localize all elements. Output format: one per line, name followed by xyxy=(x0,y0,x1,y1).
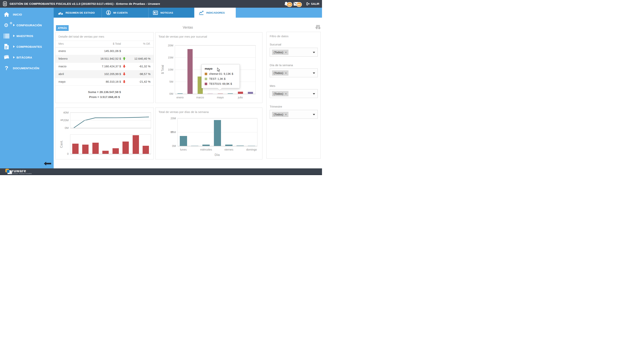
mouse-cursor-icon xyxy=(217,68,220,73)
top-bar: GESTIÓN DE COMPROBANTES FISCALES v2.1.0 … xyxy=(0,0,322,8)
cell-total: 80.310,16 $ xyxy=(56,80,121,83)
filter-label-sucursal: Sucursal xyxy=(270,43,281,46)
bar-abril xyxy=(208,94,213,94)
filter-select-dia[interactable]: (Todos) × xyxy=(270,69,318,77)
panel-title: Total de ventas por mes por sucursal xyxy=(158,35,207,38)
topbar-actions: 29 99+ SALIR xyxy=(284,0,320,8)
filter-chip: (Todos) × xyxy=(272,50,288,55)
x-tick-label: lunes xyxy=(180,148,187,151)
table-row: abril 102.205,99 $ -98,57 % xyxy=(56,70,154,78)
y-tick-label: 0M xyxy=(65,126,68,129)
col-dif: % Dif. xyxy=(143,42,150,45)
table-summary: Suma = 28.136.547,58 $ Prom = 3.517.068,… xyxy=(56,86,154,103)
trend-icon xyxy=(123,49,126,53)
sidebar-item-label: DOCUMENTACIÓN xyxy=(13,67,39,70)
legend-swatch xyxy=(205,73,207,75)
page-title: Ventas xyxy=(54,26,322,30)
bar-enero xyxy=(178,93,183,94)
filter-select-sucursal[interactable]: (Todos) × xyxy=(270,48,318,57)
chevron-down-icon xyxy=(313,52,315,53)
window-title: GESTIÓN DE COMPROBANTES FISCALES v2.1.0 … xyxy=(10,0,160,8)
filter-label-dia: Día de la semana xyxy=(270,64,293,67)
tab-resumen-de-estado[interactable]: RESUMEN DE ESTADO xyxy=(54,8,102,18)
bar-lunes xyxy=(180,136,187,146)
tab-mi-cuenta[interactable]: MI CUENTA xyxy=(102,8,148,18)
bar-2 xyxy=(92,143,99,154)
trend-up-icon xyxy=(123,57,126,60)
notifications-button[interactable]: 29 xyxy=(284,0,294,8)
chevron-down-icon xyxy=(313,93,315,95)
chip-value: (Todos) xyxy=(274,92,283,95)
panel-acumulado-cantidad: $ 0M20M40M Cant. 0 xyxy=(55,108,154,159)
footer-bar: uruware Soluciones Transaccionales xyxy=(0,168,322,175)
tab-noticias[interactable]: NOTICIAS xyxy=(148,8,194,18)
y-tick-label: 0 xyxy=(67,152,68,155)
sidebar-item-inicio[interactable]: INICIO xyxy=(0,9,54,20)
sidebar-item-documentacion[interactable]: ? DOCUMENTACIÓN xyxy=(0,63,54,74)
table-row: febrero 18.511.942,52 $ 12.640,40 % xyxy=(56,55,154,63)
col-total: $ Total xyxy=(56,42,121,45)
sidebar-nav: INICIO ⚙⚙ CONFIGURACIÓN MAESTROS xyxy=(0,8,54,168)
panel-filtro-datos: Filtro de datos Sucursal (Todos) × Día d… xyxy=(266,32,321,159)
bar-febrero xyxy=(188,49,192,94)
bar-3 xyxy=(102,151,109,154)
filter-chip: (Todos) × xyxy=(272,91,288,96)
chart-tooltip: mayo cheese-01: 9,13K $ TEST: 1,3K $ TES… xyxy=(202,64,240,88)
y-tick-label: 20M xyxy=(170,117,176,120)
panel-title: Detalle del total de ventas por mes xyxy=(58,35,104,38)
table-row: enero 145.301,06 $ xyxy=(56,47,154,55)
tooltip-item-label: cheese-01: 9,13K $ xyxy=(209,72,233,75)
x-tick-label: julio xyxy=(238,96,243,99)
filter-select-trimestre[interactable]: (Todos) × xyxy=(270,110,318,119)
user-icon xyxy=(106,10,111,15)
tab-label: RESUMEN DE ESTADO xyxy=(66,11,95,14)
tab-indicadores[interactable]: INDICADORES xyxy=(194,8,236,18)
list-icon xyxy=(3,33,10,39)
chip-remove-icon[interactable]: × xyxy=(285,113,287,116)
sidebar-collapse-arrow-icon[interactable] xyxy=(44,161,51,167)
sidebar-item-maestros[interactable]: MAESTROS xyxy=(0,31,54,41)
gauge-icon xyxy=(58,10,63,15)
chevron-right-icon xyxy=(13,46,15,48)
chip-remove-icon[interactable]: × xyxy=(285,71,287,75)
sidebar-item-label: COMPROBANTES xyxy=(16,45,42,48)
y-tick-label: 10M xyxy=(168,68,173,71)
x-tick-label: viernes xyxy=(224,148,233,151)
tab-label: NOTICIAS xyxy=(160,11,173,14)
bar-1 xyxy=(82,145,88,154)
filter-select-mes[interactable]: (Todos) × xyxy=(270,89,318,98)
bar-agosto xyxy=(248,92,253,94)
panel-title: Filtro de datos xyxy=(270,35,288,38)
bar-miércoles xyxy=(202,145,210,146)
y-tick-label: 15M xyxy=(168,56,173,59)
table-row: marzo 7.160.424,37 $ -61,32 % xyxy=(56,63,154,70)
sidebar-item-bitacora[interactable]: BITÁCORA xyxy=(0,52,54,63)
chip-remove-icon[interactable]: × xyxy=(285,51,287,54)
tab-label: MI CUENTA xyxy=(113,11,128,14)
filter-label-mes: Mes xyxy=(270,84,275,88)
trend-down-icon xyxy=(123,80,126,83)
tooltip-item-label: TEST: 1,3K $ xyxy=(209,77,226,80)
y-tick-label: 0M xyxy=(172,144,176,147)
notifications-badge: 29 xyxy=(287,2,292,7)
logout-button[interactable]: SALIR xyxy=(306,2,320,6)
sidebar-item-comprobantes[interactable]: COMPROBANTES xyxy=(0,41,54,52)
logout-label: SALIR xyxy=(311,2,320,5)
chart-icon xyxy=(198,10,204,15)
sidebar-item-label: INICIO xyxy=(13,13,22,16)
trend-down-icon xyxy=(123,65,126,68)
y-tick-label: 20M xyxy=(63,119,68,122)
filter-sliders-icon[interactable] xyxy=(316,25,320,30)
cell-total: 102.205,99 $ xyxy=(56,72,121,76)
sidebar-item-configuracion[interactable]: ⚙⚙ CONFIGURACIÓN xyxy=(0,20,54,31)
messages-button[interactable]: 99+ xyxy=(294,0,303,8)
tooltip-item-label: TEST015: 69,9K $ xyxy=(209,82,232,85)
cell-dif: -61,32 % xyxy=(139,65,150,68)
logout-icon xyxy=(306,2,310,6)
gridline xyxy=(175,58,256,58)
x-tick-label: miércoles xyxy=(200,148,212,151)
chip-remove-icon[interactable]: × xyxy=(285,92,287,95)
bar-viernes xyxy=(225,145,232,146)
trend-down-icon xyxy=(123,72,126,76)
summary-prom: Prom = 3.517.068,45 $ xyxy=(56,95,154,100)
